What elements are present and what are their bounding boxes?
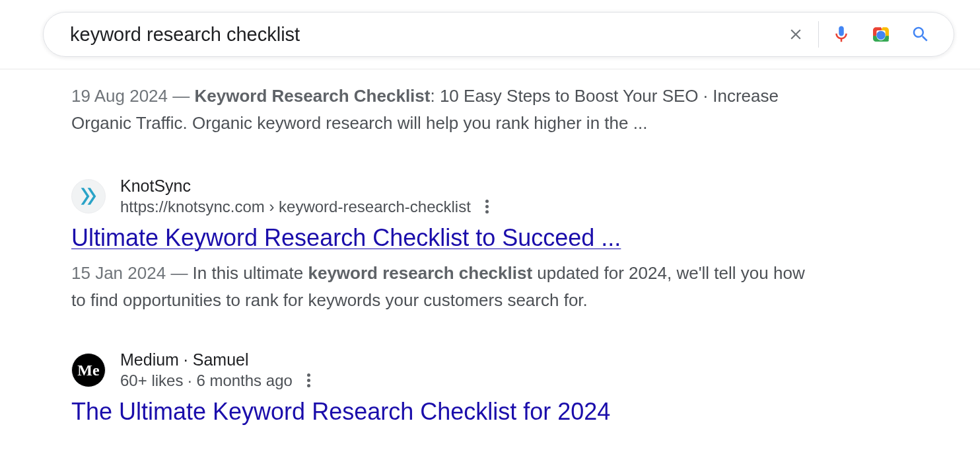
- result-title-link[interactable]: The Ultimate Keyword Research Checklist …: [71, 398, 610, 426]
- site-name: Medium · Samuel: [120, 350, 313, 369]
- result-header: Me Medium · Samuel 60+ likes · 6 months …: [71, 350, 812, 390]
- result-title-link[interactable]: Ultimate Keyword Research Checklist to S…: [71, 224, 621, 252]
- search-actions: [776, 21, 940, 48]
- snippet-bold: keyword research checklist: [308, 263, 532, 283]
- voice-search-icon[interactable]: [822, 21, 861, 48]
- result-date: 15 Jan 2024: [71, 263, 166, 283]
- search-bar-container: [0, 0, 980, 69]
- result-snippet: 15 Jan 2024 — In this ultimate keyword r…: [71, 260, 812, 314]
- search-result: KnotSync https://knotsync.com › keyword-…: [71, 176, 812, 314]
- favicon-medium: Me: [71, 353, 106, 387]
- search-bar: [43, 12, 954, 57]
- breadcrumb: https://knotsync.com › keyword-research-…: [120, 198, 471, 216]
- search-results: 19 Aug 2024 — Keyword Research Checklist…: [0, 69, 812, 434]
- search-icon[interactable]: [901, 21, 940, 48]
- more-options-icon[interactable]: [304, 371, 313, 390]
- result-date: 19 Aug 2024: [71, 86, 168, 106]
- more-options-icon[interactable]: [483, 197, 491, 216]
- divider: [818, 21, 819, 48]
- search-result: Me Medium · Samuel 60+ likes · 6 months …: [71, 350, 812, 434]
- search-input[interactable]: [70, 24, 776, 46]
- breadcrumb: 60+ likes · 6 months ago: [120, 371, 293, 390]
- snippet-bold: Keyword Research Checklist: [195, 86, 431, 106]
- result-meta: KnotSync https://knotsync.com › keyword-…: [120, 176, 491, 216]
- site-name: KnotSync: [120, 176, 491, 196]
- result-meta: Medium · Samuel 60+ likes · 6 months ago: [120, 350, 313, 390]
- favicon-knotsync: [71, 179, 106, 213]
- image-search-icon[interactable]: [861, 21, 901, 48]
- result-snippet-partial: 19 Aug 2024 — Keyword Research Checklist…: [71, 83, 812, 137]
- clear-icon[interactable]: [776, 21, 816, 48]
- result-header: KnotSync https://knotsync.com › keyword-…: [71, 176, 812, 216]
- svg-point-4: [879, 33, 884, 38]
